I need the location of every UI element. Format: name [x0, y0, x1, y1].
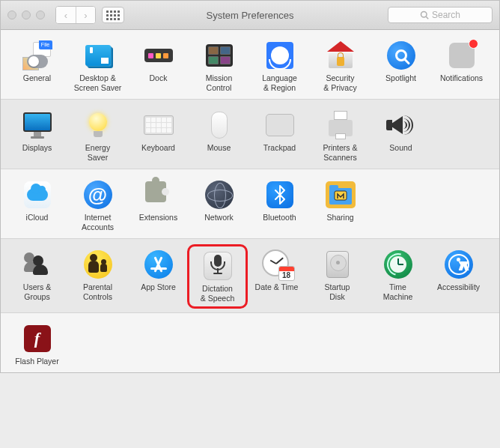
sharing-icon	[326, 180, 356, 210]
search-field[interactable]: Search	[388, 7, 493, 23]
pref-label: Time Machine	[383, 282, 413, 302]
pref-dock[interactable]: Dock	[128, 37, 189, 93]
pref-label: Network	[204, 213, 234, 223]
search-icon	[420, 10, 429, 19]
svg-point-0	[421, 12, 427, 18]
general-icon: File	[22, 40, 52, 70]
pref-label: General	[23, 73, 51, 83]
pref-sharing[interactable]: Sharing	[310, 177, 371, 232]
dictation-speech-icon	[203, 251, 233, 281]
show-all-button[interactable]	[102, 7, 124, 23]
pref-row: fFlash Player	[1, 313, 499, 372]
pref-desktop[interactable]: Desktop & Screen Saver	[67, 37, 128, 93]
minimize-button[interactable]	[22, 10, 31, 19]
dock-icon	[144, 40, 174, 70]
pref-row: Users & GroupsParental ControlsApp Store…	[1, 239, 499, 313]
pref-dictation[interactable]: Dictation & Speech	[187, 244, 248, 309]
mission-control-icon	[204, 40, 234, 70]
forward-button[interactable]: ›	[76, 7, 95, 23]
pref-sound[interactable]: Sound	[371, 107, 431, 163]
back-button[interactable]: ‹	[56, 7, 76, 23]
pref-label: Notifications	[440, 73, 483, 83]
pref-bluetooth[interactable]: Bluetooth	[249, 177, 310, 232]
printers-scanners-icon	[326, 110, 356, 140]
pref-label: Mission Control	[206, 73, 233, 93]
pref-label: Dictation & Speech	[201, 284, 235, 303]
pref-energy[interactable]: Energy Saver	[67, 107, 128, 163]
pref-notifications[interactable]: Notifications	[431, 37, 492, 93]
pref-network[interactable]: Network	[189, 177, 249, 232]
pref-label: Displays	[22, 143, 52, 153]
pref-label: Internet Accounts	[82, 213, 114, 232]
pref-timemachine[interactable]: Time Machine	[368, 246, 428, 306]
pref-label: Keyboard	[141, 143, 175, 153]
pref-trackpad[interactable]: Trackpad	[249, 107, 310, 163]
users-groups-icon	[22, 249, 52, 279]
pref-label: Language & Region	[262, 73, 297, 93]
security-privacy-icon	[326, 40, 356, 70]
spotlight-icon	[386, 40, 416, 70]
zoom-button[interactable]	[36, 10, 45, 19]
flash-player-icon: f	[22, 324, 52, 354]
date-time-icon: 18	[262, 249, 292, 279]
pref-parental[interactable]: Parental Controls	[67, 246, 128, 306]
trackpad-icon	[265, 110, 295, 140]
close-button[interactable]	[7, 10, 16, 19]
pref-mouse[interactable]: Mouse	[189, 107, 249, 163]
pref-label: Bluetooth	[263, 213, 296, 223]
traffic-lights	[7, 10, 45, 19]
pref-label: Energy Saver	[85, 143, 110, 163]
keyboard-icon	[144, 110, 174, 140]
pref-appstore[interactable]: App Store	[128, 246, 189, 306]
pref-mission[interactable]: Mission Control	[189, 37, 249, 93]
pref-security[interactable]: Security & Privacy	[310, 37, 371, 93]
pref-internet[interactable]: @Internet Accounts	[67, 177, 128, 232]
pref-printers[interactable]: Printers & Scanners	[310, 107, 371, 163]
pref-label: Printers & Scanners	[323, 143, 357, 163]
pref-label: Flash Player	[15, 357, 58, 366]
pref-label: Extensions	[139, 213, 177, 223]
pref-spotlight[interactable]: Spotlight	[371, 37, 431, 93]
titlebar: ‹ › System Preferences Search	[1, 1, 499, 30]
pref-extensions[interactable]: Extensions	[128, 177, 189, 232]
internet-accounts-icon: @	[83, 180, 113, 210]
svg-line-1	[426, 16, 428, 19]
search-placeholder: Search	[432, 10, 460, 20]
grid-icon	[106, 10, 120, 20]
pref-general[interactable]: FileGeneral	[7, 37, 67, 93]
pref-row: DisplaysEnergy SaverKeyboardMouseTrackpa…	[1, 100, 499, 169]
pref-label: Parental Controls	[83, 282, 112, 302]
pref-label: Mouse	[207, 143, 231, 153]
pref-label: Desktop & Screen Saver	[74, 73, 122, 93]
language-region-icon	[265, 40, 295, 70]
pref-label: Startup Disk	[325, 282, 350, 302]
pref-displays[interactable]: Displays	[7, 107, 67, 163]
mouse-icon	[204, 110, 234, 140]
sound-icon	[386, 110, 416, 140]
pref-accessibility[interactable]: Accessibility	[428, 246, 489, 306]
pref-flash[interactable]: fFlash Player	[7, 321, 67, 366]
pref-row: FileGeneralDesktop & Screen SaverDockMis…	[1, 30, 499, 100]
nav-buttons: ‹ ›	[55, 6, 96, 24]
pref-icloud[interactable]: iCloud	[7, 177, 67, 232]
pref-label: Accessibility	[437, 282, 480, 292]
app-store-icon	[144, 249, 174, 279]
pref-datetime[interactable]: 18Date & Time	[246, 246, 307, 306]
pref-keyboard[interactable]: Keyboard	[128, 107, 189, 163]
pref-label: App Store	[141, 282, 176, 292]
pref-label: iCloud	[26, 213, 49, 223]
svg-rect-2	[335, 191, 347, 200]
pref-label: Users & Groups	[23, 282, 51, 302]
system-preferences-window: ‹ › System Preferences Search FileGenera…	[0, 0, 500, 373]
pref-users[interactable]: Users & Groups	[7, 246, 67, 306]
time-machine-icon	[383, 249, 413, 279]
pref-startupdisk[interactable]: Startup Disk	[307, 246, 368, 306]
pref-label: Sound	[389, 143, 412, 153]
parental-controls-icon	[83, 249, 113, 279]
extensions-icon	[144, 180, 174, 210]
pref-language[interactable]: Language & Region	[249, 37, 310, 93]
bluetooth-icon	[265, 180, 295, 210]
desktop-icon	[83, 40, 113, 70]
pref-label: Dock	[150, 73, 168, 83]
accessibility-icon	[444, 249, 474, 279]
